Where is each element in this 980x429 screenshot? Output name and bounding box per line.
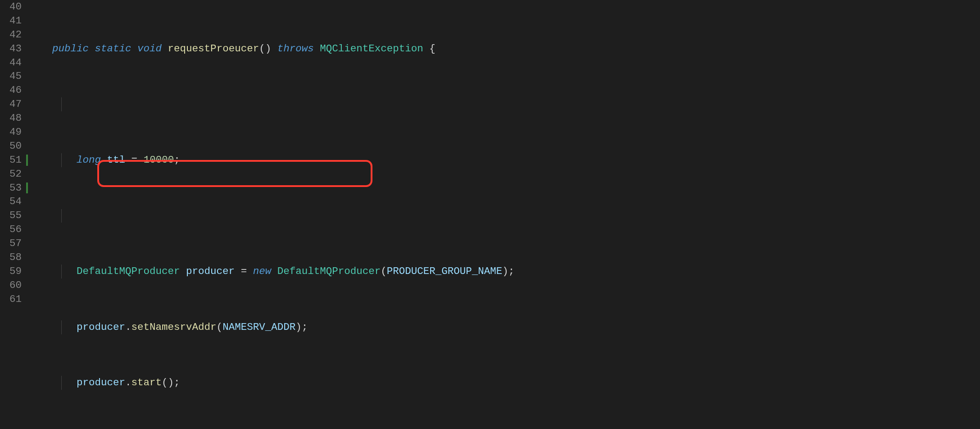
type: DefaultMQProducer (77, 265, 180, 277)
line-number: 51 (0, 153, 28, 167)
line-number: 47 (0, 97, 28, 111)
keyword: public (52, 43, 89, 55)
variable: producer (77, 321, 125, 333)
line-number: 53 (0, 181, 28, 195)
function-call: setNamesrvAddr (132, 321, 217, 333)
code-editor[interactable]: 40 41 42 43 44 45 46 47 48 49 50 51 52 5… (0, 0, 980, 429)
code-area[interactable]: public static void requestProeucer() thr… (28, 0, 980, 429)
type: MQClientException (320, 43, 423, 55)
type: DefaultMQProducer (277, 265, 381, 277)
line-number: 50 (0, 139, 28, 153)
line-number: 57 (0, 237, 28, 251)
function-name: requestProeucer (168, 43, 259, 55)
line-number: 48 (0, 111, 28, 125)
variable: ttl (107, 154, 126, 166)
code-line[interactable] (28, 209, 980, 223)
line-number: 52 (0, 167, 28, 181)
line-number: 41 (0, 14, 28, 28)
line-number: 42 (0, 28, 28, 42)
line-number: 54 (0, 195, 28, 209)
keyword: static (95, 43, 132, 55)
code-line[interactable]: producer.setNamesrvAddr(NAMESRV_ADDR); (28, 320, 980, 334)
code-line[interactable]: public static void requestProeucer() thr… (28, 42, 980, 56)
line-number: 60 (0, 278, 28, 292)
line-number: 45 (0, 69, 28, 83)
function-call: start (132, 377, 162, 388)
line-number-gutter: 40 41 42 43 44 45 46 47 48 49 50 51 52 5… (0, 0, 28, 429)
variable: producer (77, 377, 125, 388)
line-number: 56 (0, 223, 28, 237)
line-number: 55 (0, 209, 28, 223)
line-number: 58 (0, 251, 28, 265)
line-number: 61 (0, 292, 28, 306)
code-line[interactable]: producer.start(); (28, 376, 980, 390)
code-line[interactable] (28, 97, 980, 111)
code-line[interactable]: DefaultMQProducer producer = new Default… (28, 265, 980, 278)
line-number: 43 (0, 42, 28, 56)
line-number: 49 (0, 125, 28, 139)
line-number: 40 (0, 0, 28, 14)
keyword: long (77, 154, 101, 166)
keyword: new (253, 265, 272, 277)
number-literal: 10000 (144, 154, 174, 166)
constant: PRODUCER_GROUP_NAME (387, 265, 503, 277)
code-line[interactable]: long ttl = 10000; (28, 153, 980, 167)
keyword: throws (277, 43, 314, 55)
line-number: 46 (0, 83, 28, 97)
line-number: 59 (0, 265, 28, 278)
line-number: 44 (0, 56, 28, 70)
keyword: void (137, 43, 162, 55)
constant: NAMESRV_ADDR (222, 321, 295, 333)
variable: producer (186, 265, 235, 277)
